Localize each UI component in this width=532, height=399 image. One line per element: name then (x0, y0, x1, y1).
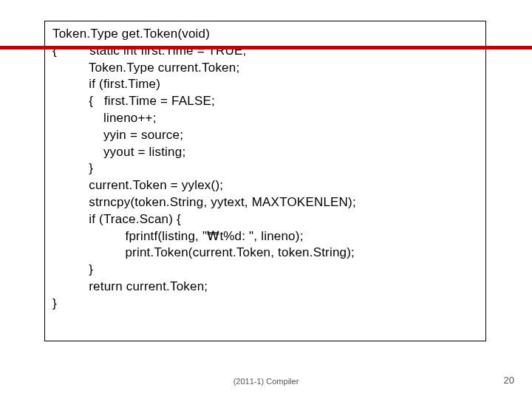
code-line: if (Trace.Scan) { (52, 211, 478, 228)
code-line: print.Token(current.Token, token.String)… (52, 245, 478, 262)
page-number: 20 (504, 375, 514, 386)
code-line: Token.Type current.Token; (52, 60, 478, 77)
code-line: yyin = source; (52, 127, 478, 144)
code-line: fprintf(listing, "₩t%d: ", lineno); (52, 228, 478, 245)
code-line: yyout = listing; (52, 144, 478, 161)
code-line: } (52, 160, 478, 177)
code-line: { first.Time = FALSE; (52, 93, 478, 110)
code-line: } (52, 296, 478, 313)
code-line: current.Token = yylex(); (52, 177, 478, 194)
code-line: strncpy(token.String, yytext, MAXTOKENLE… (52, 194, 478, 211)
code-line: } (52, 262, 478, 279)
accent-bar (0, 46, 532, 50)
footer-text: (2011-1) Compiler (0, 377, 532, 386)
code-line: Token.Type get.Token(void) (52, 26, 478, 43)
code-box: Token.Type get.Token(void) { static int … (44, 21, 486, 341)
code-line: lineno++; (52, 110, 478, 127)
code-line: return current.Token; (52, 279, 478, 296)
code-line: if (first.Time) (52, 76, 478, 93)
